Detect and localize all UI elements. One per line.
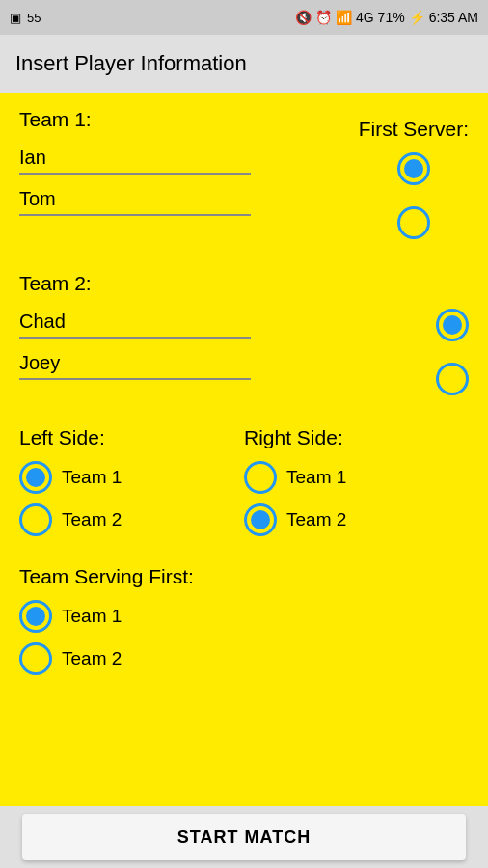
right-side-team1-row: Team 1 [244,461,469,494]
wifi-icon: 📶 [336,10,352,25]
left-side-team2-label: Team 2 [62,509,122,530]
right-side-team1-radio[interactable] [244,461,277,494]
team1-player2-input[interactable] [19,184,251,216]
serving-team1-label: Team 1 [62,606,122,627]
alarm-icon: ⏰ [315,10,332,25]
team2-right [436,272,469,415]
battery-percent: 71% [378,10,405,25]
left-side-team2-row: Team 2 [19,503,244,536]
team2-left: Team 2: [19,272,266,390]
main-content: Team 1: First Server: Team 2: [0,93,488,806]
first-server-label: First Server: [359,118,469,141]
sim-icon: ▣ [10,11,21,25]
team1-player1-input[interactable] [19,143,251,175]
bottom-bar: START MATCH [0,806,488,868]
team2-section: Team 2: [19,272,469,415]
team-serving-label: Team Serving First: [19,565,469,588]
team-serving-section: Team Serving First: Team 1 Team 2 [19,565,469,675]
serving-team2-radio[interactable] [19,642,52,675]
right-side-team2-row: Team 2 [244,503,469,536]
time: 6:35 AM [429,10,478,25]
first-server-team1-radio[interactable] [397,152,430,185]
left-side-team1-label: Team 1 [62,467,122,488]
left-side-team1-radio[interactable] [19,461,52,494]
right-side-team2-label: Team 2 [286,509,346,530]
status-bar: ▣ 55 🔇 ⏰ 📶 4G 71% ⚡ 6:35 AM [0,0,488,35]
serving-team1-row: Team 1 [19,600,469,633]
team2-player2-input[interactable] [19,348,251,380]
right-side-label: Right Side: [244,426,469,449]
battery-level: 55 [27,11,41,25]
right-side-col: Right Side: Team 1 Team 2 [244,426,469,546]
team2-player1-input[interactable] [19,307,251,339]
serving-team2-row: Team 2 [19,642,469,675]
app-title: Insert Player Information [15,51,247,76]
left-side-col: Left Side: Team 1 Team 2 [19,426,244,546]
team1-section: Team 1: First Server: [19,108,469,258]
right-side-team1-label: Team 1 [286,467,346,488]
mute-icon: 🔇 [295,10,312,25]
right-side-team2-radio[interactable] [244,503,277,536]
network-type: 4G [356,10,374,25]
team1-left: Team 1: [19,108,266,226]
team2-server1-radio[interactable] [436,309,469,341]
left-side-team2-radio[interactable] [19,503,52,536]
left-side-label: Left Side: [19,426,244,449]
team1-label: Team 1: [19,108,266,131]
team2-server2-radio[interactable] [436,363,469,395]
start-match-button[interactable]: START MATCH [22,814,466,860]
team2-label: Team 2: [19,272,266,295]
serving-team2-label: Team 2 [62,648,122,669]
app-bar: Insert Player Information [0,35,488,93]
first-server-team2-radio[interactable] [397,206,430,239]
charge-icon: ⚡ [409,10,425,25]
team1-right: First Server: [359,108,469,258]
serving-team1-radio[interactable] [19,600,52,633]
sides-section: Left Side: Team 1 Team 2 Right Side: Tea… [19,426,469,546]
left-side-team1-row: Team 1 [19,461,244,494]
